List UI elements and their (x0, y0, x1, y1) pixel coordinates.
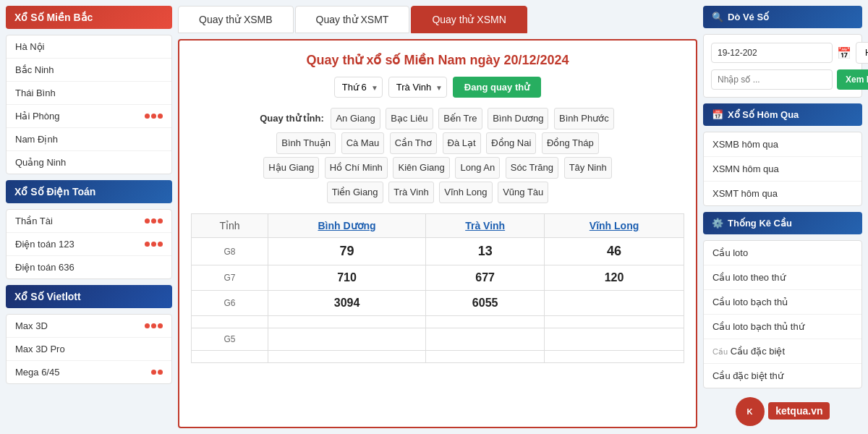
panel-controls: Thứ 6 Trà Vinh Đang quay thử (191, 77, 684, 98)
province-select-wrapper: Trà Vinh (388, 77, 447, 98)
dots-thantai (145, 218, 163, 224)
dots-mega (151, 370, 163, 375)
label-g8: G8 (192, 238, 268, 265)
province-tag-camau[interactable]: Cà Mau (341, 132, 385, 154)
province-tag-longan[interactable]: Long An (455, 157, 500, 179)
day-select-wrapper: Thứ 6 (334, 77, 383, 98)
dot1 (145, 242, 150, 247)
province-tag-tayninh[interactable]: Tây Ninh (564, 157, 612, 179)
link-cau-loto-bach-thu[interactable]: Cầu loto bạch thủ (704, 290, 861, 315)
sidebar-vietlott-list: Max 3D Max 3D Pro Mega 6/45 (6, 314, 172, 384)
link-xsmb-homqua[interactable]: XSMB hôm qua (704, 132, 861, 157)
province-tag-angiang[interactable]: An Giang (331, 108, 380, 129)
calendar-icon[interactable]: 📅 (837, 46, 851, 60)
spin-button[interactable]: Đang quay thử (453, 77, 541, 98)
val-g6b-travinh (426, 316, 545, 328)
sidebar-item-quangninh[interactable]: Quảng Ninh (7, 151, 171, 174)
province-tag-kiengiang[interactable]: Kiên Giang (393, 157, 449, 179)
label-g6: G6 (192, 291, 268, 316)
link-cau-loto-theo-thu[interactable]: Cầu loto theo thứ (704, 265, 861, 290)
yesterday-header: 📅 Xổ Số Hôm Qua (703, 103, 862, 126)
dots-haiphong (145, 114, 163, 119)
col-vinhlong[interactable]: Vĩnh Long (545, 214, 684, 238)
link-cau-loto-bach-thu-thu[interactable]: Cầu loto bạch thủ thứ (704, 315, 861, 339)
link-cau-dac-biet[interactable]: Cầu Cầu đặc biệt (704, 339, 861, 364)
table-row-g5b (192, 351, 684, 363)
province-tag-dongnai[interactable]: Đồng Nai (486, 132, 536, 154)
table-row-g6b (192, 316, 684, 328)
brand-logo: K (736, 397, 765, 426)
sidebar-item-haiphong[interactable]: Hải Phòng (7, 105, 171, 128)
province-tag-haugiang[interactable]: Hậu Giang (263, 157, 319, 179)
date-input[interactable] (711, 43, 833, 63)
val-g5a-travinh (426, 328, 545, 351)
sidebar-item-dientoan636[interactable]: Điện toán 636 (7, 256, 171, 278)
sidebar-item-hanoi[interactable]: Hà Nội (7, 35, 171, 59)
dot3 (158, 218, 163, 224)
province-tag-vungtau[interactable]: Vũng Tàu (498, 182, 548, 203)
val-g8-travinh: 13 (426, 238, 545, 265)
dot3 (158, 323, 163, 328)
val-g5b-vinhlong (545, 351, 684, 363)
province-tag-hochiminhcity[interactable]: Hồ Chí Minh (325, 157, 388, 179)
link-cau-loto[interactable]: Cầu loto (704, 241, 861, 265)
val-g6a-travinh: 6055 (426, 291, 545, 316)
sidebar-item-max3dpro[interactable]: Max 3D Pro (7, 338, 171, 361)
dot2 (151, 323, 156, 328)
province-tag-vinhlong[interactable]: Vĩnh Long (439, 182, 492, 203)
link-cau-dac-biet-thu[interactable]: Cầu đặc biệt thứ (704, 364, 861, 388)
label-g6b (192, 316, 268, 328)
day-select[interactable]: Thứ 6 (334, 77, 383, 98)
val-g5b-binhduong (268, 351, 425, 363)
sidebar-item-thaibinh[interactable]: Thái Bình (7, 82, 171, 105)
dot3 (158, 242, 163, 247)
dot2 (151, 242, 156, 247)
sidebar-item-dientoan123[interactable]: Điện toán 123 (7, 233, 171, 256)
stats-links: Cầu loto Cầu loto theo thứ Cầu loto bạch… (703, 240, 862, 388)
tab-xsmb[interactable]: Quay thử XSMB (178, 6, 294, 33)
link-xsmn-homqua[interactable]: XSMN hôm qua (704, 157, 861, 182)
result-table: Tỉnh Bình Dương Trà Vinh Vĩnh Long G8 79… (191, 213, 684, 363)
tab-xsmt[interactable]: Quay thử XSMT (295, 6, 410, 33)
table-row-g8: G8 79 13 46 (192, 238, 684, 265)
province-tag-baclieu[interactable]: Bạc Liêu (386, 108, 433, 129)
yesterday-links: XSMB hôm qua XSMN hôm qua XSMT hôm qua (703, 132, 862, 206)
number-input[interactable] (711, 69, 833, 90)
province-tag-travinh[interactable]: Trà Vinh (388, 182, 433, 203)
province-tag-tiengiang[interactable]: Tiền Giang (327, 182, 383, 203)
province-tag-dongthap[interactable]: Đồng Tháp (542, 132, 599, 154)
check-button[interactable]: Xem kết quả (837, 69, 868, 90)
val-g6a-vinhlong (545, 291, 684, 316)
province-tag-cantho[interactable]: Cần Thơ (390, 132, 437, 154)
col-binhduong[interactable]: Bình Dương (268, 214, 425, 238)
sidebar-item-mega645[interactable]: Mega 6/45 (7, 361, 171, 383)
table-row-g7: G7 710 677 120 (192, 265, 684, 291)
dot1 (145, 323, 150, 328)
col-travinh[interactable]: Trà Vinh (426, 214, 545, 238)
province-tag-bentre[interactable]: Bến Tre (438, 108, 482, 129)
dot2 (158, 370, 163, 375)
link-xsmt-homqua[interactable]: XSMT hôm qua (704, 182, 861, 205)
province-tag-binhphuoc[interactable]: Bình Phước (554, 108, 614, 129)
sidebar-item-max3d[interactable]: Max 3D (7, 315, 171, 338)
sidebar-item-thantai[interactable]: Thần Tài (7, 210, 171, 233)
dot1 (145, 218, 150, 224)
province-tag-binhthuan[interactable]: Bình Thuận (276, 132, 336, 154)
sidebar-item-namdinh[interactable]: Nam Định (7, 128, 171, 151)
val-g8-vinhlong: 46 (545, 238, 684, 265)
label-g5b (192, 351, 268, 363)
val-g7-travinh: 677 (426, 265, 545, 291)
brand-k: K (747, 407, 753, 416)
sidebar-item-bacninh[interactable]: Bắc Ninh (7, 59, 171, 82)
tab-xsmn[interactable]: Quay thử XSMN (411, 6, 527, 33)
province-select[interactable]: Trà Vinh (388, 77, 447, 98)
province-tag-binhduong[interactable]: Bình Dương (488, 108, 548, 129)
val-g6a-binhduong: 3094 (268, 291, 425, 316)
sidebar-mien-bac-list: Hà Nội Bắc Ninh Thái Bình Hải Phòng Nam … (6, 35, 172, 174)
right-province-select[interactable]: Hà Nội Hồ Chí Minh Bình Dương Trà Vinh V… (856, 42, 868, 64)
province-tag-dalat[interactable]: Đà Lạt (443, 132, 481, 154)
val-g6b-binhduong (268, 316, 425, 328)
calendar2-icon: 📅 (712, 109, 723, 120)
province-list: Quay thử tỉnh: An Giang Bạc Liêu Bến Tre… (191, 106, 684, 205)
province-tag-soctrang[interactable]: Sóc Trăng (506, 157, 558, 179)
